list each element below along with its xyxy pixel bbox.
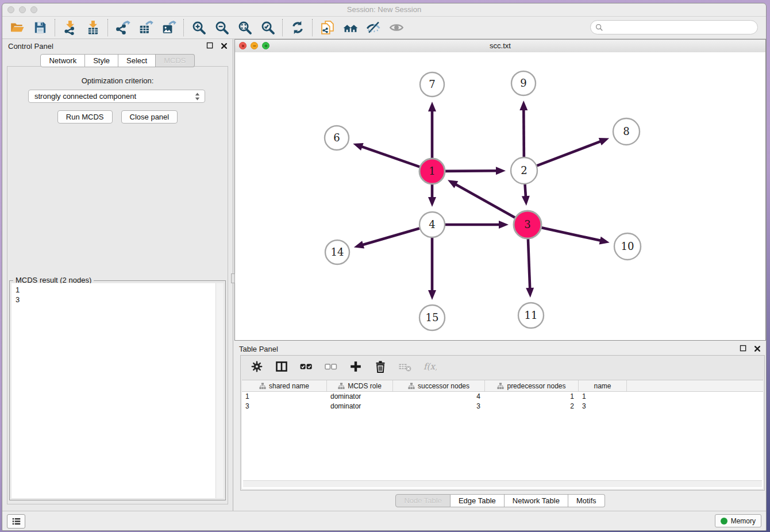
edge-4-14[interactable] — [354, 228, 419, 248]
run-mcds-button[interactable]: Run MCDS — [57, 110, 113, 124]
first-neighbors-icon[interactable] — [342, 20, 359, 36]
show-all-icon[interactable] — [388, 20, 405, 36]
delete-entry-icon[interactable] — [372, 358, 388, 375]
memory-button[interactable]: Memory — [715, 514, 761, 527]
edge-2-3[interactable] — [522, 184, 530, 206]
criterion-dropdown[interactable]: strongly connected component — [28, 90, 205, 103]
table-cell[interactable]: 4 — [393, 392, 485, 402]
table-cell[interactable]: 1 — [579, 392, 627, 402]
zoom-selected-icon[interactable] — [260, 20, 276, 36]
graph-node-4[interactable]: 4 — [419, 212, 445, 237]
column-header-shared-name[interactable]: shared name — [242, 380, 327, 391]
edge-1-2[interactable] — [445, 167, 506, 175]
table-tab-node-table[interactable]: Node Table — [395, 494, 451, 507]
table-cell[interactable]: 3 — [393, 402, 485, 411]
table-panel-content: f(x) shared nameMCDS rolesuccessor nodes… — [240, 355, 765, 491]
export-image-icon[interactable] — [161, 20, 177, 36]
table-tab-network-table[interactable]: Network Table — [505, 494, 568, 507]
svg-text:3: 3 — [524, 218, 530, 230]
edge-3-10[interactable] — [541, 228, 609, 244]
graph-node-3[interactable]: 3 — [514, 211, 541, 238]
table-panel: Table Panel f(x) shared nameMCDS rolesuc… — [234, 342, 766, 511]
refresh-network-icon[interactable] — [290, 20, 306, 36]
hierarchy-icon — [497, 383, 504, 390]
delete-table-icon — [397, 358, 413, 375]
svg-text:10: 10 — [621, 240, 634, 252]
table-tab-motifs[interactable]: Motifs — [568, 494, 605, 507]
graph-node-8[interactable]: 8 — [613, 118, 640, 145]
table-cell[interactable]: dominator — [327, 402, 393, 411]
graph-node-9[interactable]: 9 — [511, 71, 536, 95]
table-row[interactable]: 1dominator411 — [242, 392, 763, 402]
table-cell[interactable]: 3 — [242, 402, 327, 411]
open-session-icon[interactable] — [9, 20, 25, 36]
graph-node-11[interactable]: 11 — [518, 303, 544, 328]
float-table-panel-icon[interactable] — [739, 344, 748, 353]
graph-node-6[interactable]: 6 — [325, 126, 349, 150]
table-cell[interactable]: 1 — [242, 392, 327, 402]
edge-4-15[interactable] — [428, 238, 436, 300]
select-all-icon[interactable] — [298, 358, 314, 375]
export-table-icon[interactable] — [138, 20, 154, 36]
tab-network[interactable]: Network — [40, 54, 85, 67]
save-session-icon[interactable] — [32, 20, 48, 36]
zoom-out-icon[interactable] — [214, 20, 230, 36]
table-cell[interactable]: 2 — [485, 402, 579, 411]
column-label: name — [594, 382, 611, 390]
table-settings-icon[interactable] — [249, 358, 265, 375]
search-box[interactable] — [590, 20, 758, 34]
graph-node-10[interactable]: 10 — [614, 233, 641, 260]
import-network-icon[interactable] — [62, 20, 78, 36]
edge-1-7[interactable] — [428, 102, 436, 158]
edge-4-3[interactable] — [445, 221, 509, 229]
hide-selected-icon[interactable] — [365, 20, 382, 36]
panel-divider-grip[interactable] — [231, 273, 235, 283]
graph-node-7[interactable]: 7 — [420, 72, 444, 97]
close-panel-icon[interactable] — [220, 42, 228, 50]
edge-3-11[interactable] — [526, 239, 534, 298]
table-toolbar: f(x) — [249, 358, 438, 375]
column-label: MCDS role — [348, 382, 382, 390]
network-window-titlebar[interactable]: scc.txt — [235, 40, 765, 53]
add-entry-icon[interactable] — [348, 358, 364, 375]
edge-1-6[interactable] — [353, 143, 419, 167]
table-horizontal-scrollbar[interactable] — [243, 480, 762, 487]
table-row[interactable]: 3dominator323 — [242, 402, 763, 411]
column-header-predecessor-nodes[interactable]: predecessor nodes — [485, 380, 579, 391]
tab-mcds[interactable]: MCDS — [156, 54, 194, 67]
graph-node-14[interactable]: 14 — [325, 240, 349, 264]
column-header-name[interactable]: name — [579, 380, 627, 391]
toggle-panes-icon[interactable] — [274, 358, 290, 375]
mcds-result-area[interactable]: 13 — [11, 283, 224, 498]
table-cell[interactable]: 3 — [579, 402, 627, 411]
graph-node-2[interactable]: 2 — [511, 157, 537, 184]
zoom-in-icon[interactable] — [191, 20, 207, 36]
edge-2-9[interactable] — [519, 101, 528, 157]
edge-1-4[interactable] — [428, 184, 436, 207]
import-table-icon[interactable] — [85, 20, 101, 36]
zoom-fit-icon[interactable] — [237, 20, 253, 36]
column-header-MCDS-role[interactable]: MCDS role — [327, 380, 393, 391]
table-cell[interactable]: dominator — [327, 392, 393, 402]
edge-2-8[interactable] — [537, 138, 609, 165]
result-scrollbar[interactable] — [215, 283, 224, 498]
column-label: shared name — [269, 382, 309, 390]
column-header-successor-nodes[interactable]: successor nodes — [393, 380, 485, 391]
graph-node-15[interactable]: 15 — [419, 305, 445, 330]
deselect-all-icon[interactable] — [323, 358, 339, 375]
graph-node-1[interactable]: 1 — [419, 159, 445, 184]
close-table-panel-icon[interactable] — [753, 345, 761, 353]
clone-network-icon[interactable] — [319, 20, 336, 36]
tab-select[interactable]: Select — [118, 54, 156, 67]
close-panel-button[interactable]: Close panel — [121, 110, 178, 124]
tab-style[interactable]: Style — [85, 54, 118, 67]
window-titlebar: Session: New Session — [2, 3, 766, 17]
edge-3-1[interactable] — [448, 180, 515, 218]
export-network-icon[interactable] — [115, 20, 131, 36]
table-cell[interactable]: 1 — [485, 392, 579, 402]
float-panel-icon[interactable] — [206, 41, 214, 50]
table-tab-edge-table[interactable]: Edge Table — [451, 494, 505, 507]
search-input[interactable] — [606, 23, 753, 32]
network-canvas[interactable]: 1234678910111415 — [235, 52, 765, 340]
task-history-button[interactable] — [7, 514, 25, 529]
